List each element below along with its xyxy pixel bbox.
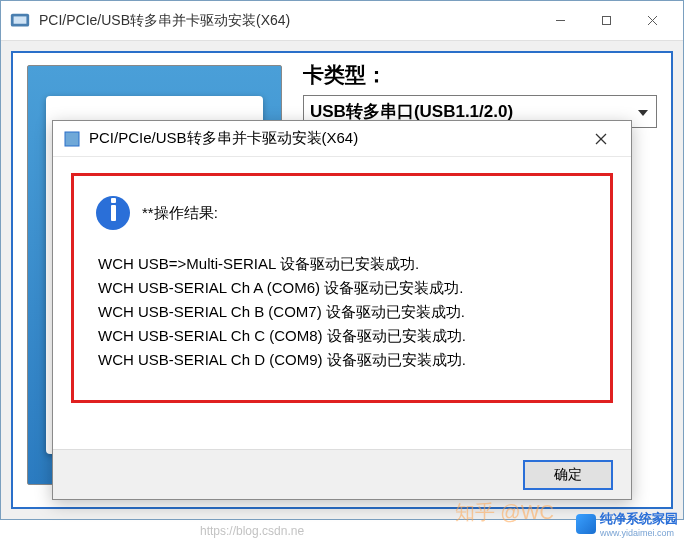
svg-rect-3 — [602, 17, 610, 25]
dialog-body: **操作结果: WCH USB=>Multi-SERIAL 设备驱动已安装成功.… — [53, 157, 631, 473]
card-type-section: 卡类型： USB转多串口(USB1.1/2.0) — [303, 61, 657, 128]
svg-rect-1 — [14, 16, 27, 23]
dialog-close-button[interactable] — [581, 125, 621, 153]
ok-button[interactable]: 确定 — [523, 460, 613, 490]
result-line: WCH USB-SERIAL Ch D (COM9) 设备驱动已安装成功. — [98, 348, 588, 372]
dialog-titlebar[interactable]: PCI/PCIe/USB转多串并卡驱动安装(X64) — [53, 121, 631, 157]
card-type-label: 卡类型： — [303, 61, 657, 89]
result-box: **操作结果: WCH USB=>Multi-SERIAL 设备驱动已安装成功.… — [71, 173, 613, 403]
minimize-button[interactable] — [537, 6, 583, 36]
svg-rect-6 — [65, 132, 79, 146]
ok-button-label: 确定 — [554, 466, 582, 484]
info-icon — [96, 196, 130, 230]
titlebar-controls — [537, 6, 675, 36]
result-line: WCH USB-SERIAL Ch B (COM7) 设备驱动已安装成功. — [98, 300, 588, 324]
maximize-button[interactable] — [583, 6, 629, 36]
dialog-app-icon — [63, 130, 81, 148]
result-line: WCH USB=>Multi-SERIAL 设备驱动已安装成功. — [98, 252, 588, 276]
parent-window-title: PCI/PCIe/USB转多串并卡驱动安装(X64) — [39, 12, 537, 30]
result-line: WCH USB-SERIAL Ch A (COM6) 设备驱动已安装成功. — [98, 276, 588, 300]
result-dialog: PCI/PCIe/USB转多串并卡驱动安装(X64) **操作结果: WCH U… — [52, 120, 632, 500]
result-header-row: **操作结果: — [96, 196, 588, 230]
dialog-title: PCI/PCIe/USB转多串并卡驱动安装(X64) — [89, 129, 581, 148]
result-header: **操作结果: — [142, 204, 218, 223]
close-button[interactable] — [629, 6, 675, 36]
dialog-footer: 确定 — [53, 449, 631, 499]
result-line: WCH USB-SERIAL Ch C (COM8) 设备驱动已安装成功. — [98, 324, 588, 348]
watermark-csdn: https://blog.csdn.ne — [200, 524, 304, 538]
close-icon — [595, 133, 607, 145]
result-lines: WCH USB=>Multi-SERIAL 设备驱动已安装成功. WCH USB… — [98, 252, 588, 372]
parent-titlebar[interactable]: PCI/PCIe/USB转多串并卡驱动安装(X64) — [1, 1, 683, 41]
app-icon — [9, 10, 31, 32]
brand-url: www.yidaimei.com — [600, 528, 678, 538]
